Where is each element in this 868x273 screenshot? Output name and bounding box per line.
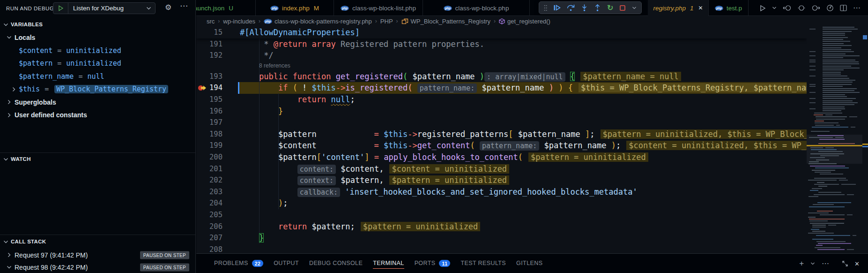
step-over-icon[interactable]	[567, 4, 575, 11]
chevron-down-icon[interactable]	[810, 261, 815, 266]
watch-section-header[interactable]: WATCH	[0, 154, 195, 164]
code-line: 203 callback: 'insert_hooked_blocks_and_…	[196, 186, 807, 198]
code-line: 191 * @return array Registered pattern p…	[196, 38, 807, 50]
variable-row[interactable]: $pattern = uninitialized	[0, 57, 195, 70]
count-badge: 11	[439, 260, 450, 267]
editor-tab[interactable]: phpindex.phpM	[256, 0, 334, 16]
panel-tab-test-results[interactable]: TEST RESULTS	[460, 254, 506, 273]
launch-config-label: Listen for XDebug	[68, 5, 142, 12]
editor-tab[interactable]: phptest.p	[709, 0, 749, 16]
call-stack-section-header[interactable]: CALL STACK	[0, 236, 195, 247]
editor-tab[interactable]: phpclass-wp-block-list.php	[334, 0, 423, 16]
restart-icon[interactable]: ↻	[607, 4, 613, 12]
git-status-letter: 1	[690, 5, 694, 12]
nav-forward-icon[interactable]	[811, 5, 820, 11]
step-out-icon[interactable]	[594, 4, 601, 11]
line-number[interactable]: 208	[196, 244, 223, 253]
scope-user-constants[interactable]: User defined constants	[0, 109, 195, 121]
svg-text:php: php	[341, 7, 348, 10]
codelens-references[interactable]: 8 references	[259, 61, 290, 70]
paused-badge: PAUSED ON STEP	[140, 263, 189, 271]
line-number[interactable]: 197	[196, 117, 223, 129]
gear-icon[interactable]: ⚙	[165, 3, 171, 12]
line-number[interactable]: 201	[196, 163, 223, 175]
code-editor[interactable]: 15#[AllowDynamicProperties]191 * @return…	[196, 26, 868, 253]
panel-tab-output[interactable]: OUTPUT	[274, 254, 299, 273]
line-number[interactable]: 196	[196, 106, 223, 117]
debug-inline-value: $pattern = uninitialized	[528, 152, 648, 162]
tab-label: registry.php	[653, 5, 686, 12]
breadcrumb-item[interactable]: PHP	[380, 18, 393, 25]
panel-tab-gitlens[interactable]: GITLENS	[516, 254, 542, 273]
call-stack-frame[interactable]: Request 98 (9:42:42 PM)PAUSED ON STEP	[0, 261, 195, 273]
line-number[interactable]: 203	[196, 186, 223, 198]
panel-tab-ports[interactable]: PORTS11	[415, 254, 451, 273]
panel-tab-debug-console[interactable]: DEBUG CONSOLE	[309, 254, 363, 273]
code-line: 192 */	[196, 50, 807, 61]
variable-row[interactable]: $content = uninitialized	[0, 44, 195, 57]
drag-grip-icon[interactable]	[544, 4, 547, 12]
line-number[interactable]: 192	[196, 50, 223, 61]
chevron-down-icon[interactable]	[772, 6, 777, 10]
line-number[interactable]: 199	[196, 140, 223, 152]
line-number[interactable]: 193	[196, 71, 223, 83]
line-number[interactable]: 202	[196, 174, 223, 186]
line-number[interactable]: 205	[196, 209, 223, 221]
chevron-down-icon[interactable]	[632, 6, 637, 10]
more-icon[interactable]: ⋯	[822, 259, 829, 268]
paused-badge: PAUSED ON STEP	[140, 251, 189, 259]
start-debug-icon[interactable]	[53, 3, 68, 14]
vscode-window: RUN AND DEBUG Listen for XDebug ⚙ ⋯ VARI…	[0, 0, 868, 273]
tab-label: index.php	[282, 5, 310, 12]
nav-back-icon[interactable]	[783, 5, 792, 11]
launch-config-dropdown[interactable]: Listen for XDebug	[53, 2, 156, 14]
sticky-scroll-line[interactable]: 15#[AllowDynamicProperties]	[196, 26, 807, 38]
scrollbar[interactable]	[862, 26, 868, 253]
editor-tab[interactable]: launch.jsonU	[196, 0, 256, 16]
add-icon[interactable]: +	[799, 259, 804, 268]
panel-tab-problems[interactable]: PROBLEMS22	[214, 254, 263, 273]
continue-icon[interactable]	[553, 4, 561, 11]
scope-locals[interactable]: Locals	[0, 31, 195, 44]
close-icon[interactable]: ✕	[698, 5, 703, 11]
split-editor-icon[interactable]	[840, 5, 847, 11]
line-number[interactable]: 204	[196, 197, 223, 209]
line-number[interactable]: 195	[196, 94, 223, 106]
step-into-icon[interactable]	[581, 4, 588, 11]
pointer-icon[interactable]	[826, 4, 834, 12]
breadcrumb-separator: ›	[396, 18, 398, 24]
breadcrumb-item[interactable]: src	[207, 18, 215, 25]
breadcrumb-item[interactable]: class-wp-block-patterns-registry.php	[274, 18, 372, 25]
variable-row[interactable]: $this = WP_Block_Patterns_Registry	[0, 83, 195, 96]
editor-tab[interactable]: phpclass-wp-block.php	[423, 0, 530, 16]
line-number[interactable]: 200	[196, 152, 223, 163]
call-stack-frame[interactable]: Request 97 (9:41:42 PM)PAUSED ON STEP	[0, 249, 195, 261]
breadcrumb-item[interactable]: WP_Block_Patterns_Registry	[411, 18, 491, 25]
minimap-current-line-marker	[807, 145, 862, 146]
variables-section-header[interactable]: VARIABLES	[0, 19, 195, 30]
maximize-icon[interactable]	[842, 261, 848, 266]
close-icon[interactable]: ✕	[854, 259, 860, 268]
breadcrumb-item[interactable]: wp-includes	[223, 18, 255, 25]
nav-current-icon[interactable]	[798, 5, 805, 11]
more-actions-icon[interactable]: ⋯	[180, 1, 188, 11]
line-number[interactable]: 206	[196, 221, 223, 233]
line-number[interactable]: 191	[196, 38, 223, 50]
stop-icon[interactable]	[619, 5, 626, 11]
run-icon[interactable]	[759, 5, 766, 12]
debug-inline-value: $pattern_name = null	[580, 72, 681, 81]
line-number[interactable]: 198	[196, 129, 223, 140]
breadcrumb-item[interactable]: get_registered()	[507, 18, 550, 25]
panel-tab-terminal[interactable]: TERMINAL	[373, 254, 404, 273]
scope-superglobals[interactable]: Superglobals	[0, 96, 195, 108]
bottom-panel: PROBLEMS22OUTPUTDEBUG CONSOLETERMINALPOR…	[196, 253, 868, 273]
more-icon[interactable]: ⋯	[853, 4, 861, 12]
code-line: 206 return $pattern;$pattern = uninitial…	[196, 221, 807, 233]
variable-row[interactable]: $pattern_name = null	[0, 70, 195, 83]
editor-tabbar: launch.jsonUphpindex.phpMphpclass-wp-blo…	[196, 0, 868, 16]
breadcrumb-separator: ›	[218, 18, 220, 24]
chevron-down-icon	[142, 6, 155, 11]
minimap[interactable]	[807, 27, 862, 253]
editor-tab[interactable]: registry.php1✕	[648, 0, 709, 16]
line-number[interactable]: 207	[196, 232, 223, 244]
